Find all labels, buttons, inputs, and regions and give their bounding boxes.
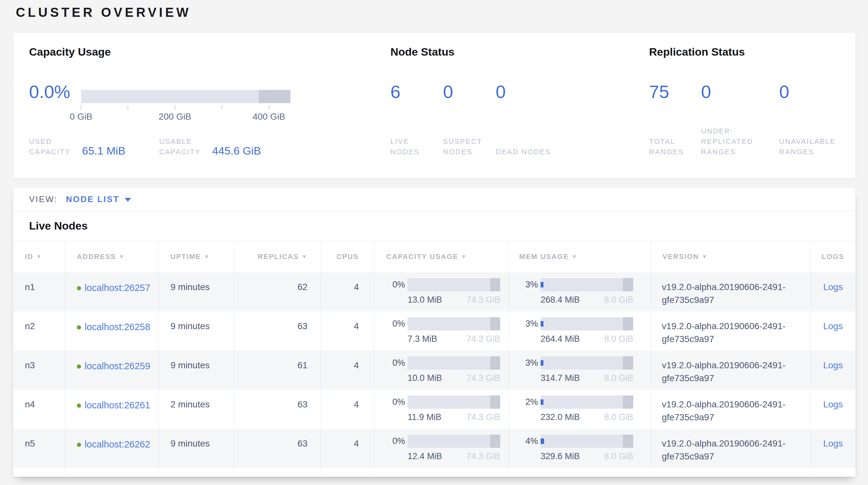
sort-arrow-icon: ▼ (119, 254, 125, 260)
used-capacity-value: 65.1 MiB (82, 145, 125, 156)
capacity-percent-label: 0% (386, 436, 405, 446)
mem-total-value: 8.0 GiB (604, 295, 633, 305)
node-address-cell: localhost:26257 (65, 272, 159, 311)
used-capacity-label: USED CAPACITY (29, 137, 78, 157)
node-status-label: DEAD NODES (496, 147, 560, 157)
mem-used-value: 264.4 MiB (540, 334, 580, 344)
node-status-value: 0 (496, 82, 560, 102)
node-replicas-cell: 61 (234, 350, 321, 390)
capacity-usage-minibar (407, 356, 500, 370)
sort-arrow-icon: ▼ (36, 254, 42, 260)
axis-tick-mark (81, 105, 82, 109)
logs-link[interactable]: Logs (823, 282, 843, 292)
node-uptime-cell: 9 minutes (159, 311, 234, 350)
node-version-cell: v19.2.0-alpha.20190606-2491-gfe735c9a97 (651, 350, 810, 390)
node-cpus-cell: 4 (320, 311, 374, 350)
logs-link[interactable]: Logs (823, 399, 843, 409)
node-logs-cell: Logs (810, 429, 856, 468)
live-nodes-heading: Live Nodes (13, 211, 856, 241)
node-capacity-usage-cell: 0% 13.0 MiB 74.3 GiB (374, 272, 508, 311)
node-cpus-cell: 4 (320, 350, 374, 390)
column-header[interactable]: ADDRESS ▼ (65, 241, 159, 272)
column-header[interactable]: CAPACITY USAGE ▼ (374, 241, 508, 272)
mem-total-value: 8.0 GiB (604, 412, 633, 422)
node-version-cell: v19.2.0-alpha.20190606-2491-gfe735c9a97 (651, 272, 810, 311)
node-cpus-cell: 4 (320, 390, 374, 429)
mem-usage-minibar (540, 395, 633, 409)
axis-tick-mark (221, 105, 222, 109)
node-replicas-cell: 63 (234, 429, 321, 468)
node-capacity-usage-cell: 0% 10.0 MiB 74.3 GiB (374, 350, 508, 390)
node-address-link[interactable]: localhost:26259 (85, 361, 150, 371)
node-mem-usage-cell: 4% 329.6 MiB 8.0 GiB (508, 429, 651, 468)
node-address-link[interactable]: localhost:26257 (85, 283, 150, 293)
axis-tick-label: 0 GiB (70, 112, 92, 122)
mem-usage-minibar (540, 278, 633, 291)
logs-link[interactable]: Logs (823, 321, 843, 331)
nodes-card: VIEW: NODE LIST Live Nodes ID ▼ ADDRESS … (13, 188, 856, 477)
node-replicas-cell: 63 (234, 311, 321, 350)
node-address-cell: localhost:26259 (65, 350, 159, 390)
capacity-used-value: 10.0 MiB (407, 373, 442, 383)
mem-usage-minibar (540, 317, 633, 331)
node-logs-cell: Logs (810, 350, 856, 390)
column-header-label: ID (25, 253, 33, 261)
node-uptime-cell: 9 minutes (159, 272, 234, 311)
node-address-cell: localhost:26261 (65, 390, 159, 429)
column-header[interactable]: LOGS ▼ (810, 241, 856, 272)
logs-link[interactable]: Logs (823, 360, 843, 370)
column-header[interactable]: ID ▼ (13, 241, 65, 272)
column-header[interactable]: VERSION ▼ (651, 241, 810, 272)
mem-usage-fill (540, 321, 544, 326)
axis-tick-mark (175, 105, 175, 109)
mem-used-value: 329.6 MiB (540, 451, 580, 461)
node-id-cell: n1 (13, 272, 65, 311)
live-status-dot-icon (77, 443, 81, 447)
node-replicas-cell: 63 (234, 390, 321, 429)
column-header[interactable]: MEM USAGE ▼ (508, 241, 651, 272)
column-header[interactable]: CPUS ▼ (320, 241, 374, 272)
mem-usage-fill (540, 360, 544, 366)
node-version-cell: v19.2.0-alpha.20190606-2491-gfe735c9a97 (651, 390, 810, 429)
capacity-used-value: 13.0 MiB (407, 295, 442, 305)
node-address-cell: localhost:26262 (65, 429, 159, 468)
node-capacity-usage-cell: 0% 7.3 MiB 74.3 GiB (374, 311, 508, 350)
mem-used-value: 268.4 MiB (540, 295, 580, 305)
mem-total-value: 8.0 GiB (604, 334, 633, 344)
sort-arrow-icon: ▼ (302, 254, 307, 260)
node-version-cell: v19.2.0-alpha.20190606-2491-gfe735c9a97 (651, 429, 810, 468)
logs-link[interactable]: Logs (823, 438, 843, 449)
view-mode-dropdown[interactable]: NODE LIST (66, 194, 131, 204)
column-header[interactable]: UPTIME ▼ (159, 241, 234, 272)
table-row: n3 localhost:26259 9 minutes 61 4 0% 10.… (13, 350, 856, 390)
view-mode-selected: NODE LIST (66, 194, 120, 204)
node-address-link[interactable]: localhost:26262 (85, 439, 150, 450)
node-address-link[interactable]: localhost:26258 (85, 322, 150, 332)
capacity-usage-bar (81, 90, 290, 103)
column-header[interactable]: REPLICAS ▼ (234, 241, 321, 272)
node-uptime-cell: 2 minutes (159, 390, 234, 429)
sort-arrow-icon: ▼ (204, 254, 210, 260)
node-logs-cell: Logs (810, 272, 856, 311)
node-cpus-cell: 4 (320, 429, 374, 468)
replication-status-label: UNAVAILABLE RANGES (779, 137, 854, 157)
node-capacity-usage-cell: 0% 12.4 MiB 74.3 GiB (374, 429, 508, 468)
capacity-usage-minibar (407, 278, 500, 291)
node-logs-cell: Logs (810, 311, 856, 350)
mem-usage-fill (540, 438, 544, 444)
replication-status-labels: TOTAL RANGES UNDER-REPLICATED RANGES UNA… (649, 126, 854, 157)
page-title: CLUSTER OVERVIEW (16, 5, 191, 20)
capacity-used-value: 11.9 MiB (407, 412, 441, 422)
capacity-percent-label: 0% (386, 397, 405, 407)
usable-capacity-stat: USABLE CAPACITY 445.6 GiB (159, 137, 261, 157)
replication-status-value: 75 (649, 82, 701, 102)
used-capacity-stat: USED CAPACITY 65.1 MiB (29, 137, 125, 157)
usable-capacity-value: 445.6 GiB (212, 145, 261, 156)
cluster-summary-card: Capacity Usage 0.0% 0 GiB 200 GiB (13, 32, 856, 178)
node-address-link[interactable]: localhost:26261 (85, 400, 150, 410)
node-id-cell: n4 (13, 390, 65, 429)
axis-tick-mark (269, 105, 269, 109)
node-mem-usage-cell: 3% 268.4 MiB 8.0 GiB (508, 272, 651, 311)
capacity-used-value: 12.4 MiB (407, 451, 442, 461)
node-mem-usage-cell: 3% 264.4 MiB 8.0 GiB (508, 311, 651, 350)
